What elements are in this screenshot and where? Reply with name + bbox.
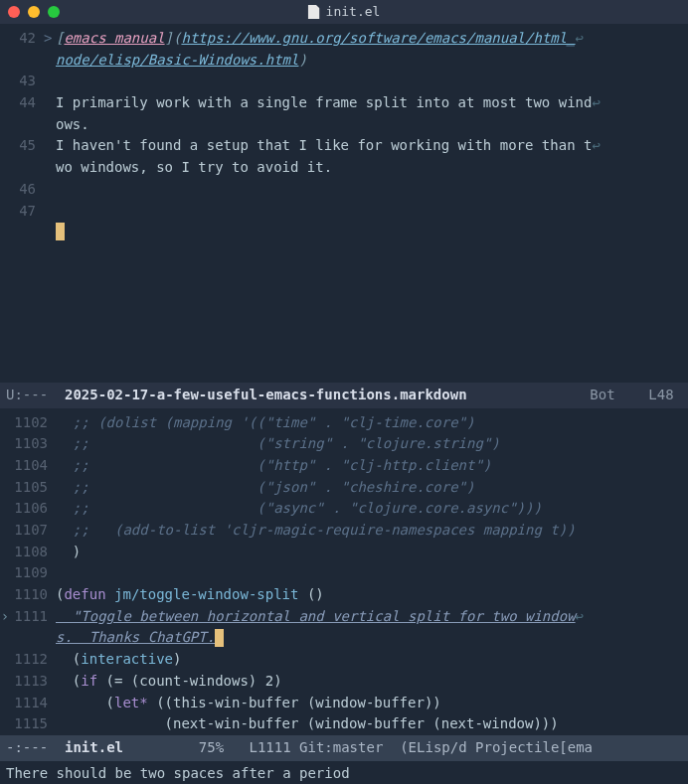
line-content[interactable]: ows. — [56, 114, 688, 136]
line-number: 44 — [0, 92, 44, 114]
upper-buffer[interactable]: 42 > [emacs manual](https://www.gnu.org/… — [0, 24, 688, 243]
line-number: 46 — [0, 179, 44, 201]
line-number: 1112 — [0, 649, 56, 671]
line-number: 1107 — [0, 520, 56, 542]
line-number: 1115 — [0, 713, 56, 735]
line-content[interactable]: ) — [56, 542, 688, 563]
line-1106: 1106 ;; ("async" . "clojure.core.async")… — [0, 498, 688, 520]
line-number: 1108 — [0, 542, 56, 563]
line-content[interactable]: (if (= (count-windows) 2) — [56, 671, 688, 693]
modeline-filename: init.el — [57, 737, 123, 759]
close-icon[interactable] — [8, 6, 20, 18]
modeline-info: 75% L1111 Git:master (ELisp/d Projectile… — [123, 737, 593, 759]
modeline-upper[interactable]: U:--- 2025-02-17-a-few-useful-emacs-func… — [0, 383, 688, 408]
line-44-wrap: ows. — [0, 114, 688, 136]
minimize-icon[interactable] — [28, 6, 40, 18]
line-content[interactable]: ;; ("http" . "clj-http.client") — [56, 455, 688, 477]
wrap-icon: ↩ — [592, 94, 600, 110]
wrap-icon: ↩ — [592, 137, 600, 153]
line-content[interactable]: ;; ("json" . "cheshire.core") — [56, 477, 688, 499]
line-number: 1105 — [0, 477, 56, 499]
modeline-filename: 2025-02-17-a-few-useful-emacs-functions.… — [57, 385, 467, 406]
line-number: 1109 — [0, 562, 56, 584]
cursor — [215, 629, 224, 647]
file-icon — [308, 5, 320, 19]
line-number: 1104 — [0, 455, 56, 477]
line-43: 43 — [0, 71, 688, 92]
modeline-lower[interactable]: -:--- init.el 75% L1111 Git:master (ELis… — [0, 735, 688, 761]
line-1111-wrap: s. Thanks ChatGPT. — [0, 627, 688, 649]
line-number: 1113 — [0, 671, 56, 693]
line-content[interactable]: I primarily work with a single frame spl… — [56, 92, 688, 114]
line-1115: 1115 (next-win-buffer (window-buffer (ne… — [0, 713, 688, 735]
line-1109: 1109 — [0, 562, 688, 584]
cursor — [56, 223, 65, 240]
line-number: 1111 — [10, 606, 56, 628]
line-1103: 1103 ;; ("string" . "clojure.string") — [0, 433, 688, 455]
line-number: 1106 — [0, 498, 56, 520]
line-cursor — [0, 222, 688, 243]
line-content[interactable]: (next-win-buffer (window-buffer (next-wi… — [56, 713, 688, 735]
line-44: 44 I primarily work with a single frame … — [0, 92, 688, 114]
line-content[interactable]: (defun jm/toggle-window-split () — [56, 584, 688, 606]
line-content[interactable]: ;; (dolist (mapping '(("time" . "clj-tim… — [56, 412, 688, 434]
line-1105: 1105 ;; ("json" . "cheshire.core") — [0, 477, 688, 499]
line-content[interactable]: ;; ("async" . "clojure.core.async"))) — [56, 498, 688, 520]
maximize-icon[interactable] — [48, 6, 60, 18]
lower-buffer[interactable]: 1102 ;; (dolist (mapping '(("time" . "cl… — [0, 408, 688, 735]
line-42-wrap: node/elisp/Basic-Windows.html) — [0, 50, 688, 72]
line-number: 47 — [0, 201, 44, 223]
current-line-arrow-icon: › — [0, 606, 10, 628]
line-number: 45 — [0, 135, 44, 157]
line-1111: › 1111 "Toggle between horizontal and ve… — [0, 606, 688, 628]
line-content[interactable]: ;; ("string" . "clojure.string") — [56, 433, 688, 455]
fold-indicator[interactable]: > — [44, 28, 56, 50]
line-content[interactable]: "Toggle between horizontal and vertical … — [56, 606, 688, 628]
modeline-state: -:--- — [6, 737, 57, 759]
wrap-icon: ↩ — [576, 30, 584, 46]
line-1104: 1104 ;; ("http" . "clj-http.client") — [0, 455, 688, 477]
modeline-state: U:--- — [6, 385, 57, 406]
line-content[interactable]: (interactive) — [56, 649, 688, 671]
line-1107: 1107 ;; (add-to-list 'cljr-magic-require… — [0, 520, 688, 542]
line-1114: 1114 (let* ((this-win-buffer (window-buf… — [0, 693, 688, 714]
window-title: init.el — [308, 2, 381, 22]
line-number: 1110 — [0, 584, 56, 606]
echo-area: There should be two spaces after a perio… — [0, 761, 688, 784]
line-1110: 1110 (defun jm/toggle-window-split () — [0, 584, 688, 606]
line-content[interactable]: wo windows, so I try to avoid it. — [56, 157, 688, 179]
line-46: 46 — [0, 179, 688, 201]
line-1113: 1113 (if (= (count-windows) 2) — [0, 671, 688, 693]
line-45: 45 I haven't found a setup that I like f… — [0, 135, 688, 157]
line-45-wrap: wo windows, so I try to avoid it. — [0, 157, 688, 179]
titlebar[interactable]: init.el — [0, 0, 688, 24]
line-content[interactable]: I haven't found a setup that I like for … — [56, 135, 688, 157]
title-text: init.el — [326, 2, 381, 22]
line-number: 1103 — [0, 433, 56, 455]
line-content[interactable]: node/elisp/Basic-Windows.html) — [56, 50, 688, 72]
line-number: 1114 — [0, 693, 56, 714]
line-number: 1102 — [0, 412, 56, 434]
wrap-icon: ↩ — [576, 608, 584, 624]
modeline-position: Bot L48 — [565, 385, 682, 406]
traffic-lights — [8, 6, 60, 18]
line-content[interactable]: (let* ((this-win-buffer (window-buffer)) — [56, 693, 688, 714]
buffer-empty-space[interactable] — [0, 243, 688, 383]
line-number: 43 — [0, 71, 44, 92]
line-47: 47 — [0, 201, 688, 223]
line-1112: 1112 (interactive) — [0, 649, 688, 671]
line-1102: 1102 ;; (dolist (mapping '(("time" . "cl… — [0, 412, 688, 434]
line-number: 42 — [0, 28, 44, 50]
line-content[interactable]: [emacs manual](https://www.gnu.org/softw… — [56, 28, 688, 50]
line-content[interactable]: s. Thanks ChatGPT. — [56, 627, 688, 649]
line-content[interactable]: ;; (add-to-list 'cljr-magic-require-name… — [56, 520, 688, 542]
line-42: 42 > [emacs manual](https://www.gnu.org/… — [0, 28, 688, 50]
line-1108: 1108 ) — [0, 542, 688, 563]
